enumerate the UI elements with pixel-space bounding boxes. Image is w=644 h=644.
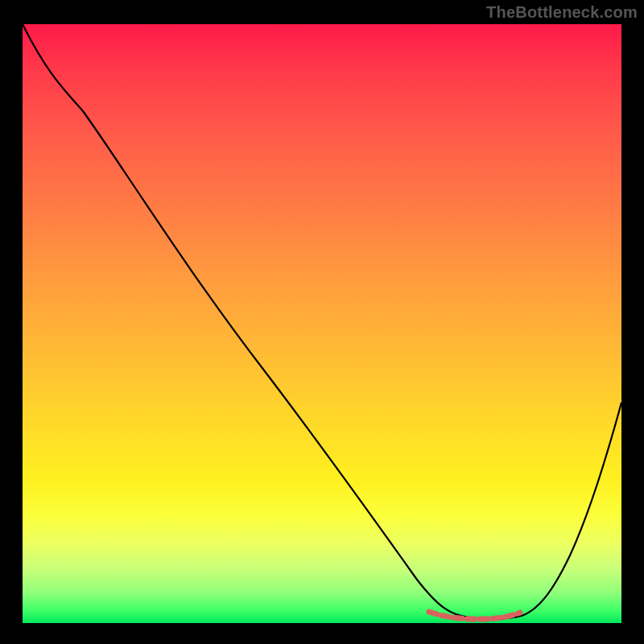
bottleneck-curve	[23, 24, 621, 619]
chart-plot-area	[23, 24, 621, 623]
watermark-text: TheBottleneck.com	[486, 3, 638, 22]
chart-svg	[23, 24, 621, 623]
flat-bottom-highlight	[429, 612, 520, 619]
